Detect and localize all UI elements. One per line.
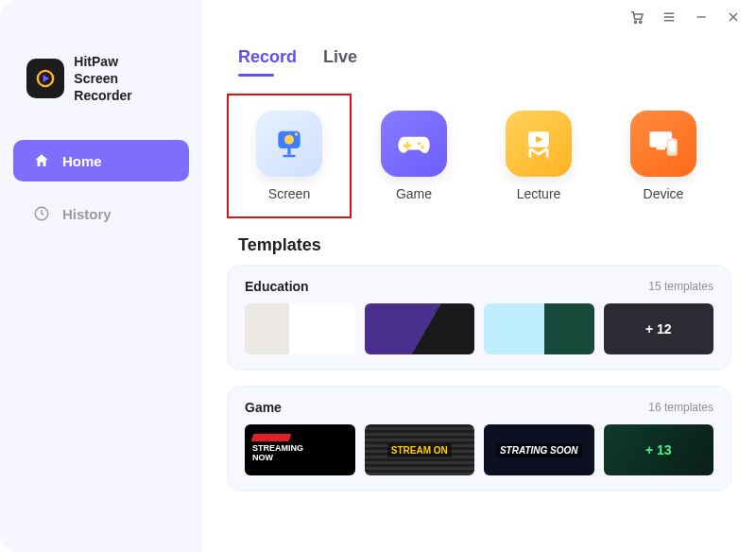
svg-marker-1 xyxy=(43,75,50,82)
lecture-icon xyxy=(506,111,572,177)
template-group-game: Game 16 templates STREAMINGNOW STREAM ON… xyxy=(227,386,731,492)
mode-label: Game xyxy=(396,186,432,201)
svg-point-12 xyxy=(284,135,294,145)
template-thumb[interactable]: STREAMINGNOW xyxy=(245,424,355,475)
clock-icon xyxy=(32,204,51,223)
mode-label: Lecture xyxy=(517,186,561,201)
template-thumb[interactable]: STREAM ON xyxy=(365,424,475,475)
svg-point-4 xyxy=(640,21,642,23)
template-thumb[interactable] xyxy=(484,303,594,354)
titlebar xyxy=(627,8,743,26)
sidebar-item-home[interactable]: Home xyxy=(13,140,189,181)
sidebar-item-label: History xyxy=(62,206,112,222)
menu-icon[interactable] xyxy=(660,8,679,26)
modes-row: Screen Game xyxy=(227,94,731,218)
mode-lecture[interactable]: Lecture xyxy=(476,94,601,218)
content: Record Live Screen xyxy=(202,0,756,552)
brand: HitPaw Screen Recorder xyxy=(0,53,202,140)
sidebar: HitPaw Screen Recorder Home History xyxy=(0,0,202,552)
tab-record[interactable]: Record xyxy=(238,47,297,77)
brand-text: HitPaw Screen Recorder xyxy=(74,53,176,104)
svg-point-3 xyxy=(634,21,636,23)
close-icon[interactable] xyxy=(724,8,743,26)
templates-title: Templates xyxy=(238,235,731,255)
template-thumb[interactable]: STRATING SOON xyxy=(484,424,594,475)
sidebar-item-history[interactable]: History xyxy=(13,193,189,234)
main-area: Record Live Screen xyxy=(202,0,756,552)
brand-name: HitPaw xyxy=(74,53,176,70)
sidebar-item-label: Home xyxy=(62,153,102,169)
nav: Home History xyxy=(0,140,202,234)
templates-count: 15 templates xyxy=(648,280,713,293)
screen-icon xyxy=(256,111,322,177)
home-icon xyxy=(32,151,51,170)
app-window: HitPaw Screen Recorder Home History xyxy=(0,0,756,552)
template-more[interactable]: + 13 xyxy=(604,424,714,475)
templates-count: 16 templates xyxy=(648,401,713,414)
template-group-education: Education 15 templates + 12 xyxy=(227,265,731,371)
brand-logo-icon xyxy=(26,59,64,98)
mode-device[interactable]: Device xyxy=(601,94,726,218)
minimize-icon[interactable] xyxy=(692,8,711,26)
mode-screen[interactable]: Screen xyxy=(227,94,352,218)
svg-rect-15 xyxy=(283,155,295,158)
mode-label: Device xyxy=(644,186,684,201)
cart-icon[interactable] xyxy=(627,8,646,26)
mode-game[interactable]: Game xyxy=(352,94,476,218)
mode-label: Screen xyxy=(268,186,310,201)
device-icon xyxy=(630,111,696,177)
category-label: Education xyxy=(245,279,309,294)
brand-subtitle: Screen Recorder xyxy=(74,70,176,104)
svg-rect-14 xyxy=(287,148,290,155)
template-thumb[interactable] xyxy=(365,303,475,354)
svg-rect-17 xyxy=(404,145,411,147)
svg-rect-27 xyxy=(669,141,676,151)
category-label: Game xyxy=(245,400,282,415)
template-thumb[interactable] xyxy=(245,303,355,354)
template-more[interactable]: + 12 xyxy=(604,303,714,354)
svg-rect-25 xyxy=(657,147,665,150)
game-icon xyxy=(381,111,447,177)
tabs: Record Live xyxy=(227,47,731,77)
svg-point-19 xyxy=(421,146,424,149)
tab-live[interactable]: Live xyxy=(323,47,357,77)
svg-point-18 xyxy=(418,142,421,146)
svg-point-13 xyxy=(295,132,298,135)
